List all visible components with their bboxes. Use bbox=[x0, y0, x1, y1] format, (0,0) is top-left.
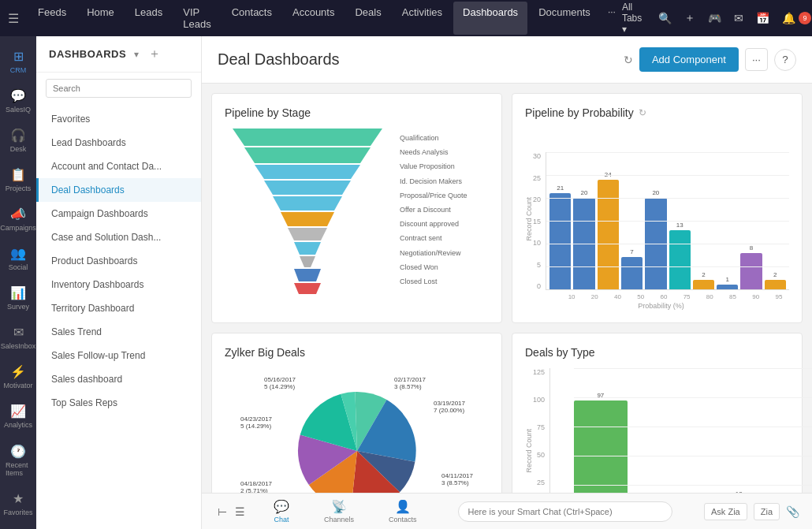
sidebar-icon-survey[interactable]: 📊 Survey bbox=[2, 279, 34, 317]
funnel-label-discount-offer: Offer a Discount bbox=[400, 203, 467, 216]
pie-svg bbox=[294, 388, 420, 493]
nav-tab-activities[interactable]: Activities bbox=[393, 2, 452, 35]
sidebar-icon-crm[interactable]: ⊞ CRM bbox=[2, 43, 34, 80]
nav-item-sales-dashboard[interactable]: Sales dashboard bbox=[36, 367, 201, 391]
search-input[interactable] bbox=[46, 79, 192, 98]
nav-item-campaign[interactable]: Campaign Dashboards bbox=[36, 202, 201, 225]
deals-by-type-card: Deals by Type Record Count 125 100 75 bbox=[512, 333, 803, 493]
nav-item-inventory[interactable]: Inventory Dashboards bbox=[36, 273, 201, 296]
sidebar-icon-projects[interactable]: 📋 Projects bbox=[2, 161, 34, 199]
bottom-icons: ⊢ ☰ bbox=[214, 502, 248, 521]
all-tabs-dropdown[interactable]: All Tabs ▾ bbox=[622, 2, 649, 35]
nav-item-account-contact[interactable]: Account and Contact Da... bbox=[36, 155, 201, 178]
add-component-button[interactable]: Add Component bbox=[639, 47, 739, 72]
add-dashboard-icon[interactable]: ＋ bbox=[148, 46, 161, 62]
nav-tab-leads[interactable]: Leads bbox=[125, 2, 172, 35]
top-right: All Tabs ▾ 🔍 ＋ 🎮 ✉ 📅 🔔 9 ⚙ U bbox=[622, 2, 812, 35]
notification-icon[interactable]: 🔔 bbox=[779, 9, 799, 28]
motivator-icon: ⚡ bbox=[10, 364, 26, 379]
svg-marker-10 bbox=[294, 283, 321, 294]
hamburger-icon[interactable]: ☰ bbox=[8, 11, 19, 26]
nav-tab-deals[interactable]: Deals bbox=[345, 2, 390, 35]
nav-item-sales-followup[interactable]: Sales Follow-up Trend bbox=[36, 344, 201, 367]
game-icon[interactable]: 🎮 bbox=[705, 9, 724, 28]
smart-chat-input[interactable] bbox=[458, 501, 672, 522]
nav-item-sales-trend[interactable]: Sales Trend bbox=[36, 320, 201, 344]
nav-item-favorites[interactable]: Favorites bbox=[36, 107, 201, 131]
nav-tab-accounts[interactable]: Accounts bbox=[283, 2, 344, 35]
nav-item-case-solution[interactable]: Case and Solution Dash... bbox=[36, 225, 201, 249]
nav-item-territory[interactable]: Territory Dashboard bbox=[36, 296, 201, 320]
bar-wrapper-new: 12 bbox=[712, 490, 765, 493]
sidebar-icon-recent[interactable]: 🕐 Recent Items bbox=[2, 438, 34, 483]
funnel-label-contract: Contract sent bbox=[400, 232, 467, 244]
ask-zia-button[interactable]: Ask Zia bbox=[704, 503, 747, 520]
pie-label-0319: 03/19/20177 (20.00%) bbox=[434, 400, 465, 414]
funnel-label-negotiation: Negotiation/Review bbox=[400, 247, 467, 259]
nav-tab-documents[interactable]: Documents bbox=[529, 2, 600, 35]
svg-marker-5 bbox=[281, 212, 334, 226]
bar-wrapper-40: 24 bbox=[598, 171, 619, 289]
content-header: Deal Dashboards ↻ Add Component ··· ? bbox=[202, 36, 812, 84]
nav-tab-vipleads[interactable]: VIP Leads bbox=[173, 2, 220, 35]
svg-marker-3 bbox=[264, 181, 351, 195]
social-icon: 👥 bbox=[10, 246, 26, 261]
search-icon[interactable]: 🔍 bbox=[655, 9, 675, 28]
calendar-icon[interactable]: 📅 bbox=[753, 9, 773, 28]
sidebar-icon-salesinbox[interactable]: ✉ SalesInbox bbox=[2, 319, 34, 356]
deals-chart-area: 125 100 75 50 25 0 bbox=[533, 368, 789, 493]
funnel-label-proposal: Proposal/Price Quote bbox=[400, 189, 467, 202]
add-icon[interactable]: ＋ bbox=[681, 8, 698, 28]
funnel-label-discount-approved: Discount approved bbox=[400, 218, 467, 230]
more-options-button[interactable]: ··· bbox=[745, 48, 768, 71]
salesiq-icon: 💬 bbox=[10, 88, 26, 103]
bottom-tab-contacts[interactable]: 👤 Contacts bbox=[379, 496, 426, 527]
chat-icon: 💬 bbox=[274, 499, 289, 514]
nav-item-top-sales[interactable]: Top Sales Reps bbox=[36, 391, 201, 415]
sidebar-icon-analytics[interactable]: 📈 Analytics bbox=[2, 397, 34, 435]
bottom-list-icon[interactable]: ☰ bbox=[232, 502, 248, 521]
refresh-icon[interactable]: ↻ bbox=[624, 54, 633, 66]
deals-by-type-wrapper: Record Count 125 100 75 50 25 0 bbox=[525, 368, 789, 493]
survey-label: Survey bbox=[7, 303, 29, 311]
nav-tab-dashboards[interactable]: Dashboards bbox=[453, 2, 527, 35]
sidebar-icon-social[interactable]: 👥 Social bbox=[2, 240, 34, 278]
nav-tab-feeds[interactable]: Feeds bbox=[28, 2, 76, 35]
sidebar-icon-campaigns[interactable]: 📣 Campaigns bbox=[2, 200, 34, 238]
content-area: Deal Dashboards ↻ Add Component ··· ? Pi… bbox=[202, 36, 812, 529]
zia-button[interactable]: Zia bbox=[754, 503, 780, 520]
sidebar-icon-salesiq[interactable]: 💬 SalesIQ bbox=[2, 82, 34, 120]
bottom-bar: ⊢ ☰ 💬 Chat 📡 Channels 👤 Contacts bbox=[202, 493, 812, 529]
bar-wrapper-85: 1 bbox=[717, 276, 738, 289]
y-axis-labels: 30 25 20 15 10 5 0 bbox=[533, 152, 544, 290]
salesinbox-icon: ✉ bbox=[13, 325, 24, 340]
nav-tab-home[interactable]: Home bbox=[77, 2, 124, 35]
attachment-icon[interactable]: 📎 bbox=[786, 505, 799, 518]
probability-chart-wrapper: Record Count 30 25 20 15 10 5 bbox=[525, 129, 789, 310]
funnel-label-decision: Id. Decision Makers bbox=[400, 175, 467, 188]
nav-more-icon[interactable]: ··· bbox=[602, 2, 622, 35]
sidebar-icon-favorites[interactable]: ★ Favorites bbox=[2, 485, 34, 523]
nav-item-lead-dashboards[interactable]: Lead Dashboards bbox=[36, 131, 201, 155]
svg-marker-7 bbox=[294, 242, 321, 255]
mail-icon[interactable]: ✉ bbox=[731, 9, 747, 28]
bottom-tab-channels[interactable]: 📡 Channels bbox=[315, 496, 363, 527]
help-button[interactable]: ? bbox=[774, 49, 796, 71]
nav-item-product[interactable]: Product Dashboards bbox=[36, 249, 201, 273]
probability-refresh-icon[interactable]: ↻ bbox=[639, 107, 646, 118]
pie-label-0423: 04/23/20175 (14.29%) bbox=[240, 415, 272, 430]
crm-label: CRM bbox=[10, 66, 27, 74]
campaigns-icon: 📣 bbox=[10, 207, 26, 222]
dashboards-dropdown-icon[interactable]: ▾ bbox=[134, 49, 139, 60]
deals-y-axis-title: Record Count bbox=[525, 429, 533, 473]
icon-sidebar: ⊞ CRM 💬 SalesIQ 🎧 Desk 📋 Projects 📣 Camp… bbox=[0, 36, 36, 529]
bottom-expand-icon[interactable]: ⊢ bbox=[214, 502, 230, 521]
nav-sidebar-list: Favorites Lead Dashboards Account and Co… bbox=[36, 104, 201, 529]
sidebar-icon-desk[interactable]: 🎧 Desk bbox=[2, 121, 34, 159]
nav-item-deal-dashboards[interactable]: Deal Dashboards bbox=[36, 178, 201, 202]
sidebar-icon-motivator[interactable]: ⚡ Motivator bbox=[2, 358, 34, 396]
bar-wrapper-20: 20 bbox=[573, 189, 594, 289]
nav-tab-contacts[interactable]: Contacts bbox=[222, 2, 281, 35]
bar-80 bbox=[693, 280, 714, 289]
bottom-tab-chat[interactable]: 💬 Chat bbox=[264, 496, 299, 527]
